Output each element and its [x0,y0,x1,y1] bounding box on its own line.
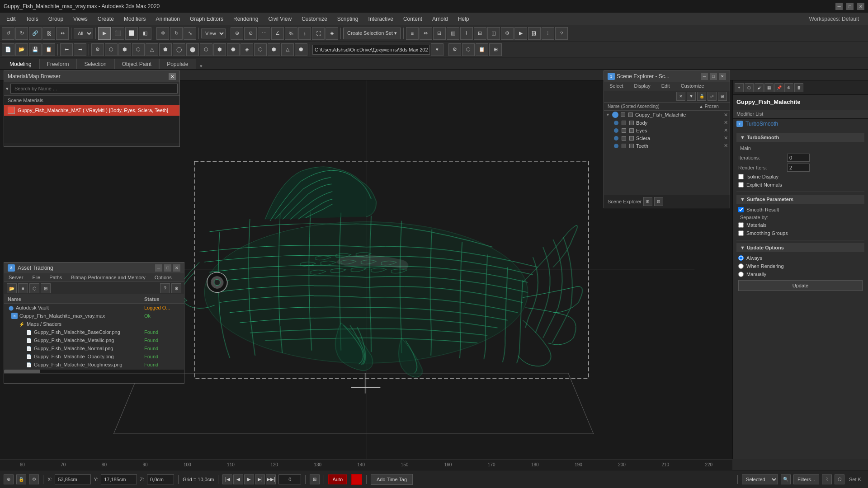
always-radio[interactable] [738,255,744,261]
se-menu-customize[interactable]: Customize [675,82,710,90]
timeline[interactable]: 60 70 80 90 100 110 120 130 140 150 160 … [0,459,732,470]
maximize-button[interactable]: □ [846,3,854,10]
new-scene[interactable]: 📄 [2,43,14,56]
sub-obj13[interactable]: △ [281,43,294,56]
move-button[interactable]: ✥ [156,27,169,40]
rotate-button[interactable]: ↻ [170,27,183,40]
se-remove-row-btn[interactable]: ⊟ [654,197,663,206]
se-menu-display[interactable]: Display [629,82,656,90]
asset-tb-3[interactable]: ⬡ [29,283,39,293]
sub-obj5[interactable]: ◯ [173,43,185,56]
redo-scene[interactable]: ➡ [74,43,86,56]
asset-row-maps[interactable]: ⚡ Maps / Shaders [4,320,184,328]
view-dropdown[interactable]: View [201,28,226,38]
scene-explorer-header[interactable]: 3 Scene Explorer - Sc... ─ □ ✕ [604,71,730,82]
menu-modifiers[interactable]: Modifiers [119,14,151,24]
scale-button[interactable]: ⤡ [184,27,196,40]
materials-checkbox[interactable] [738,222,744,228]
extra-tools[interactable]: ⁝ [542,27,554,40]
tab-modeling[interactable]: Modeling [2,59,39,69]
tab-selection[interactable]: Selection [76,59,114,69]
surface-params-header[interactable]: ▼ Surface Parameters [736,195,864,204]
asset-minimize-button[interactable]: ─ [155,264,162,272]
se-close-button[interactable]: ✕ [719,73,726,80]
asset-row-normal[interactable]: 📄 Guppy_Fish_Malachite_Normal.png Found [4,344,184,352]
asset-menu-server[interactable]: Server [4,273,28,282]
menu-group[interactable]: Group [44,14,68,24]
create-selection-set-button[interactable]: Create Selection Set ▾ [343,28,401,39]
se-expand-button[interactable]: ⊞ [718,92,727,101]
sub-obj7[interactable]: ⬡ [200,43,212,56]
menu-arnold[interactable]: Arnold [428,14,453,24]
sub-obj11[interactable]: ⬡ [254,43,267,56]
asset-tb-2[interactable]: ≡ [18,283,28,293]
asset-row-roughness[interactable]: 📄 Guppy_Fish_Malachite_Roughness.png Fou… [4,361,184,369]
menu-animation[interactable]: Animation [151,14,184,24]
unique-button[interactable]: ⊕ [784,83,793,92]
goto-start-button[interactable]: |◀ [222,474,232,484]
snap-toggle[interactable]: ⋯ [258,27,270,40]
save-file[interactable]: 💾 [29,43,42,56]
render-frame[interactable]: 🖼 [528,27,541,40]
snap-settings[interactable]: ⚙ [29,474,39,484]
asset-tb-6[interactable]: ⚙ [171,283,181,293]
se-menu-select[interactable]: Select [604,82,629,90]
asset-row-opacity[interactable]: 📄 Guppy_Fish_Malachite_Opacity.png Found [4,352,184,361]
extra-4[interactable]: ⊞ [489,43,502,56]
menu-customize[interactable]: Customize [297,14,332,24]
link-button[interactable]: 🔗 [29,27,42,40]
file-options[interactable]: ⚙ [91,43,104,56]
tab-populate[interactable]: Populate [159,59,196,69]
help-button[interactable]: ? [555,27,568,40]
render-prod[interactable]: ▶ [514,27,527,40]
se-row-teeth[interactable]: Teeth ✕ [604,142,730,150]
se-box-eyes[interactable] [629,128,634,133]
selection-filter-dropdown[interactable]: All [74,28,93,38]
asset-row-metallic[interactable]: 📄 Guppy_Fish_Malachite_Metallic.png Foun… [4,336,184,344]
open-file[interactable]: 📂 [15,43,28,56]
se-box-body[interactable] [629,121,634,125]
menu-rendering[interactable]: Rendering [229,14,263,24]
asset-row-maxfile[interactable]: 3 Guppy_Fish_Malachite_max_vray.max Ok [4,312,184,320]
menu-scripting[interactable]: Scripting [333,14,363,24]
close-button[interactable]: ✕ [857,3,864,10]
show-end-button[interactable]: ▦ [764,83,774,92]
smoothing-groups-checkbox[interactable] [738,230,744,236]
select-region-button[interactable]: ⬛ [112,27,124,40]
se-add-row-btn[interactable]: ⊞ [643,197,652,206]
paint-deform-button[interactable]: 🖌 [755,83,764,92]
sub-obj10[interactable]: ◈ [241,43,253,56]
selected-dropdown[interactable]: Selected [742,474,778,484]
se-filter-button[interactable]: ▼ [687,92,696,101]
select-object-button[interactable]: ▶ [98,27,111,40]
menu-civil-view[interactable]: Civil View [264,14,296,24]
snap-strength[interactable]: ⛶ [312,27,325,40]
se-eye-teeth[interactable] [622,144,626,148]
material-item[interactable]: Guppy_Fish_Malachite_MAT ( VRayMtl ) [Bo… [4,105,179,116]
material-browser-header[interactable]: Material/Map Browser ✕ [4,71,179,82]
pin-stack-button[interactable]: 📌 [774,83,783,92]
sub-obj12[interactable]: ⬢ [268,43,280,56]
prev-frame-button[interactable]: ◀ [233,474,243,484]
se-eye-eyes[interactable] [622,128,626,133]
add-modifier-button[interactable]: + [735,83,744,92]
asset-row-vault[interactable]: ⬤ Autodesk Vault Logged O... [4,304,184,312]
snap-3d-button[interactable]: ⊕ [4,474,14,484]
menu-edit[interactable]: Edit [2,14,20,24]
se-lock-button[interactable]: 🔒 [697,92,706,101]
menu-create[interactable]: Create [93,14,118,24]
render-to-tex[interactable]: ⬡ [105,43,118,56]
z-coord[interactable]: 0,0cm [147,474,174,484]
browse-path[interactable]: ▾ [431,43,443,56]
asset-menu-options[interactable]: Options [150,273,176,282]
path-input[interactable] [312,45,430,55]
asset-row-basecolor[interactable]: 📄 Guppy_Fish_Malachite_BaseColor.png Fou… [4,328,184,336]
viewport-display-button[interactable]: ⬡ [745,83,754,92]
se-row-body[interactable]: Body ✕ [604,119,730,127]
menu-views[interactable]: Views [69,14,92,24]
asset-menu-bitmap[interactable]: Bitmap Performance and Memory [66,273,150,282]
update-options-header[interactable]: ▼ Update Options [736,243,864,252]
sub-obj14[interactable]: ⬟ [295,43,307,56]
se-row-sclera[interactable]: Sclera ✕ [604,134,730,142]
search-button[interactable]: 🔍 [781,474,791,484]
